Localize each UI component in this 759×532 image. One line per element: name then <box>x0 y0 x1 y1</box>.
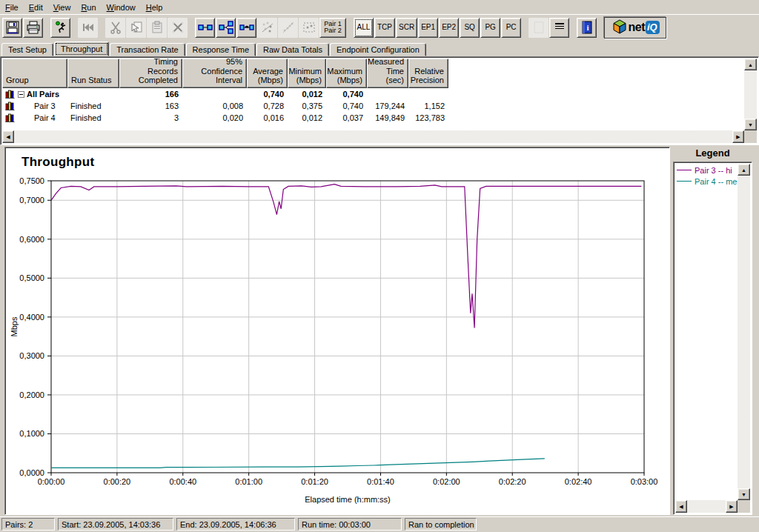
cell-time: 179,244 <box>367 102 408 110</box>
menu-view[interactable]: View <box>48 1 76 13</box>
paste-button <box>147 18 167 38</box>
group-cell: Pair 4 <box>2 113 67 122</box>
table-row[interactable]: Pair 3Finished1630,0080,7280,3750,740179… <box>2 100 448 112</box>
filter-tcp-button[interactable]: TCP <box>374 18 395 38</box>
legend-horizontal-scrollbar[interactable]: ◀▶ <box>675 500 738 513</box>
netiq-logo: netiQ <box>604 17 666 39</box>
marquee-icon <box>302 21 316 33</box>
y-tick-label: 0,5000 <box>19 273 44 282</box>
table-vertical-scrollbar[interactable]: ▲▼ <box>744 59 757 130</box>
filter-pc-button[interactable]: PC <box>501 18 521 38</box>
cell-max: 0,740 <box>326 90 367 99</box>
pair-link-icon <box>198 22 213 33</box>
column-header[interactable]: Relative Precision <box>408 59 448 88</box>
cell-records: 3 <box>119 113 182 122</box>
help-info-button[interactable]: i <box>577 18 597 38</box>
menu-edit[interactable]: Edit <box>24 1 48 13</box>
blank-button <box>528 18 548 38</box>
x-tick-label: 0:00:00 <box>38 477 65 486</box>
pair-list-button[interactable]: Pair 1 Pair 2 <box>319 18 346 38</box>
pair-chart-icon <box>5 102 15 110</box>
column-header[interactable]: 95% Confidence Interval <box>182 59 247 88</box>
logo-text-net: net <box>629 21 646 34</box>
filter-sq-button[interactable]: SQ <box>460 18 480 38</box>
filter-ep2-button[interactable]: EP2 <box>439 18 459 38</box>
y-axis-title: Mbps <box>10 316 19 336</box>
scroll-left-arrow[interactable]: ◀ <box>2 130 14 143</box>
info-book-icon: i <box>580 21 594 34</box>
scroll-right-arrow[interactable]: ▶ <box>732 130 744 143</box>
logo-text-iq: iQ <box>646 21 660 34</box>
scroll-left-arrow[interactable]: ◀ <box>675 500 687 513</box>
status-panel: Start: 23.09.2005, 14:03:36 <box>58 518 173 531</box>
tab-raw-data-totals[interactable]: Raw Data Totals <box>256 43 329 56</box>
legend-item-label: Pair 4 -- med <box>695 177 742 186</box>
add-voip-pair-button[interactable] <box>236 18 256 38</box>
legend-item[interactable]: Pair 4 -- med <box>677 176 737 187</box>
legend-vertical-scrollbar[interactable]: ▲▼ <box>738 164 750 500</box>
menu-window[interactable]: Window <box>102 1 141 13</box>
cell-max: 0,740 <box>326 102 367 110</box>
column-header[interactable]: Timing Records Completed <box>119 59 182 88</box>
toolbar-group <box>2 18 44 38</box>
toolbar-group: Pair 1 Pair 2 <box>195 18 347 38</box>
table-row[interactable]: Pair 4Finished30,0200,0160,0120,037149,8… <box>2 112 448 124</box>
y-tick-label: 0,3000 <box>19 351 44 360</box>
table-horizontal-scrollbar[interactable]: ◀▶ <box>2 130 744 143</box>
column-header[interactable]: Group <box>2 59 67 88</box>
delete-button <box>168 18 188 38</box>
svg-text:i: i <box>586 23 589 32</box>
filter-scr-button[interactable]: SCR <box>396 18 417 38</box>
legend-listbox: Pair 3 -- hiPair 4 -- med ▲▼ ◀▶ <box>673 162 752 515</box>
filter-all-button[interactable]: ALL <box>354 18 374 38</box>
tab-bar: Test SetupThroughputTransaction RateResp… <box>0 41 759 56</box>
cell-records: 163 <box>119 102 182 110</box>
y-tick-label: 0,4000 <box>19 313 44 322</box>
floppy-icon <box>6 21 19 34</box>
run-test-button[interactable] <box>50 18 70 38</box>
add-multicast-group-button[interactable] <box>216 18 236 38</box>
y-tick-label: 0,2000 <box>19 390 44 399</box>
legend-line-sample <box>677 170 692 170</box>
scroll-down-arrow[interactable]: ▼ <box>738 488 750 500</box>
column-header[interactable]: Average (Mbps) <box>247 59 288 88</box>
column-header[interactable]: Maximum (Mbps) <box>326 59 367 88</box>
menu-file[interactable]: File <box>0 1 24 13</box>
run-man-icon <box>54 21 67 34</box>
cell-max: 0,037 <box>326 113 367 122</box>
legend-item[interactable]: Pair 3 -- hi <box>677 164 737 176</box>
column-header[interactable]: Run Status <box>67 59 119 88</box>
add-pair-button[interactable] <box>195 18 215 38</box>
cell-precision: 123,783 <box>408 113 448 122</box>
cell-min: 0,012 <box>288 90 326 99</box>
x-tick-label: 0:00:20 <box>104 477 131 486</box>
scroll-right-arrow[interactable]: ▶ <box>726 500 738 513</box>
tab-response-time[interactable]: Response Time <box>186 43 256 56</box>
menu-run[interactable]: Run <box>76 1 101 13</box>
x-tick-label: 0:00:40 <box>169 477 196 486</box>
menu-help[interactable]: Help <box>141 1 168 13</box>
legend-panel: Legend Pair 3 -- hiPair 4 -- med ▲▼ ◀▶ <box>673 147 752 515</box>
report-button[interactable] <box>549 18 569 38</box>
tab-endpoint-configuration[interactable]: Endpoint Configuration <box>330 43 426 56</box>
legend-title: Legend <box>673 147 752 162</box>
scroll-up-arrow[interactable]: ▲ <box>744 59 757 70</box>
tab-throughput[interactable]: Throughput <box>54 41 109 56</box>
group-cell: All Pairs <box>2 90 67 99</box>
table-row[interactable]: All Pairs1660,7400,0120,740 <box>2 88 448 100</box>
save-button[interactable] <box>2 18 22 38</box>
phone-link-icon <box>239 22 254 33</box>
y-tick-label: 0,7000 <box>19 196 44 205</box>
collapse-expander[interactable] <box>18 91 24 98</box>
column-header[interactable]: Measured Time (sec) <box>367 59 408 88</box>
tab-test-setup[interactable]: Test Setup <box>1 43 53 56</box>
print-button[interactable] <box>23 18 43 38</box>
cell-min: 0,012 <box>288 113 326 122</box>
scroll-up-arrow[interactable]: ▲ <box>738 164 750 176</box>
column-header[interactable]: Minimum (Mbps) <box>288 59 326 88</box>
x-tick-label: 0:02:00 <box>433 477 460 486</box>
scroll-down-arrow[interactable]: ▼ <box>744 119 757 130</box>
filter-pg-button[interactable]: PG <box>480 18 500 38</box>
filter-ep1-button[interactable]: EP1 <box>418 18 438 38</box>
tab-transaction-rate[interactable]: Transaction Rate <box>110 43 185 56</box>
